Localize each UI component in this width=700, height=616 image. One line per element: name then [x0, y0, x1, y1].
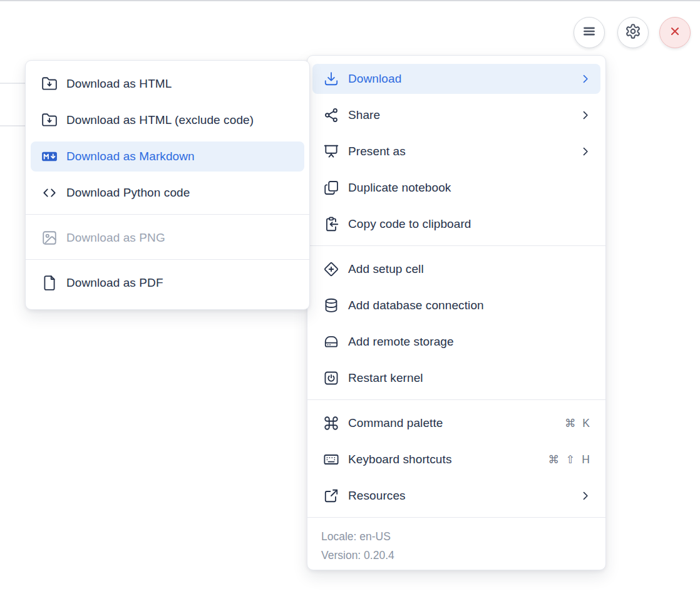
menu-item-label: Add database connection	[348, 299, 592, 312]
menu-separator	[307, 245, 605, 246]
menu-item-label: Download as PNG	[66, 231, 296, 245]
menu-item-restart-kernel[interactable]: Restart kernel	[312, 363, 600, 393]
menu-item-label: Download	[348, 72, 570, 86]
keyboard-icon	[323, 451, 339, 468]
close-x-icon	[668, 24, 682, 41]
code-icon	[41, 185, 58, 201]
menu-separator	[26, 214, 309, 215]
menu-item-download-as-html[interactable]: Download as HTML	[31, 69, 304, 99]
menu-item-label: Add setup cell	[348, 262, 592, 276]
menu-item-label: Download as PDF	[66, 276, 296, 290]
download-submenu: Download as HTML Download as HTML (exclu…	[25, 60, 310, 310]
menu-item-label: Copy code to clipboard	[348, 217, 592, 231]
menu-item-label: Resources	[348, 489, 570, 503]
menu-item-download-as-png[interactable]: Download as PNG	[31, 223, 304, 253]
menu-item-resources[interactable]: Resources	[312, 481, 600, 511]
menu-item-download-as-html-exclude-code[interactable]: Download as HTML (exclude code)	[31, 105, 304, 135]
chevron-right-icon	[579, 73, 592, 85]
menu-item-label: Restart kernel	[348, 371, 592, 385]
menu-item-label: Download as HTML	[66, 77, 296, 91]
external-link-icon	[323, 488, 339, 504]
menu-item-add-database-connection[interactable]: Add database connection	[312, 290, 600, 321]
menu-separator	[307, 517, 605, 518]
folder-download-icon	[41, 112, 58, 128]
close-button[interactable]	[659, 17, 691, 48]
gear-icon	[625, 23, 641, 42]
background-line	[0, 83, 28, 84]
menu-item-add-setup-cell[interactable]: Add setup cell	[312, 254, 600, 284]
hamburger-menu-icon	[581, 23, 597, 42]
menu-item-present-as[interactable]: Present as	[312, 136, 600, 167]
settings-button[interactable]	[617, 17, 649, 48]
power-icon	[323, 370, 339, 386]
menu-footer: Locale: en-US Version: 0.20.4	[307, 526, 605, 565]
window-top-border	[0, 0, 700, 1]
chevron-right-icon	[579, 109, 592, 121]
database-icon	[323, 297, 339, 314]
menu-separator	[26, 259, 309, 260]
menu-item-label: Command palette	[348, 416, 556, 430]
diamond-plus-icon	[323, 261, 339, 277]
presentation-icon	[323, 143, 339, 160]
notebook-actions-menu: Download Share Present as Duplicate note…	[307, 55, 606, 570]
duplicate-icon	[323, 180, 339, 196]
menu-item-copy-code[interactable]: Copy code to clipboard	[312, 209, 600, 239]
menu-item-label: Keyboard shortcuts	[348, 453, 539, 466]
menu-item-label: Download as Markdown	[66, 150, 296, 163]
menu-item-download-python-code[interactable]: Download Python code	[31, 178, 304, 208]
share-icon	[323, 107, 339, 123]
menu-item-label: Present as	[348, 145, 570, 158]
menu-item-label: Download Python code	[66, 186, 296, 200]
download-icon	[323, 71, 339, 87]
markdown-icon	[41, 148, 58, 165]
menu-item-add-remote-storage[interactable]: Add remote storage	[312, 327, 600, 357]
shortcut-hint: ⌘ K	[565, 417, 592, 430]
chevron-right-icon	[579, 490, 592, 502]
menu-item-label: Share	[348, 108, 570, 122]
menu-item-share[interactable]: Share	[312, 100, 600, 130]
menu-item-label: Add remote storage	[348, 335, 592, 349]
notebook-menu-button[interactable]	[574, 17, 605, 48]
image-icon	[41, 230, 58, 246]
folder-download-icon	[41, 76, 58, 92]
menu-item-label: Download as HTML (exclude code)	[66, 113, 296, 127]
version-text: Version: 0.20.4	[321, 546, 605, 565]
hard-drive-icon	[323, 334, 339, 350]
locale-text: Locale: en-US	[321, 527, 605, 546]
menu-item-download[interactable]: Download	[312, 64, 600, 94]
menu-item-command-palette[interactable]: Command palette ⌘ K	[312, 408, 600, 438]
background-line	[0, 125, 28, 126]
menu-item-label: Duplicate notebook	[348, 181, 592, 195]
chevron-right-icon	[579, 145, 592, 158]
menu-separator	[307, 399, 605, 400]
menu-item-download-as-pdf[interactable]: Download as PDF	[31, 268, 304, 298]
menu-item-keyboard-shortcuts[interactable]: Keyboard shortcuts ⌘ ⇧ H	[312, 444, 600, 475]
shortcut-hint: ⌘ ⇧ H	[548, 453, 592, 466]
command-icon	[323, 415, 339, 431]
menu-item-download-as-markdown[interactable]: Download as Markdown	[31, 141, 304, 172]
file-icon	[41, 275, 58, 291]
clipboard-copy-icon	[323, 216, 339, 232]
menu-item-duplicate-notebook[interactable]: Duplicate notebook	[312, 173, 600, 203]
